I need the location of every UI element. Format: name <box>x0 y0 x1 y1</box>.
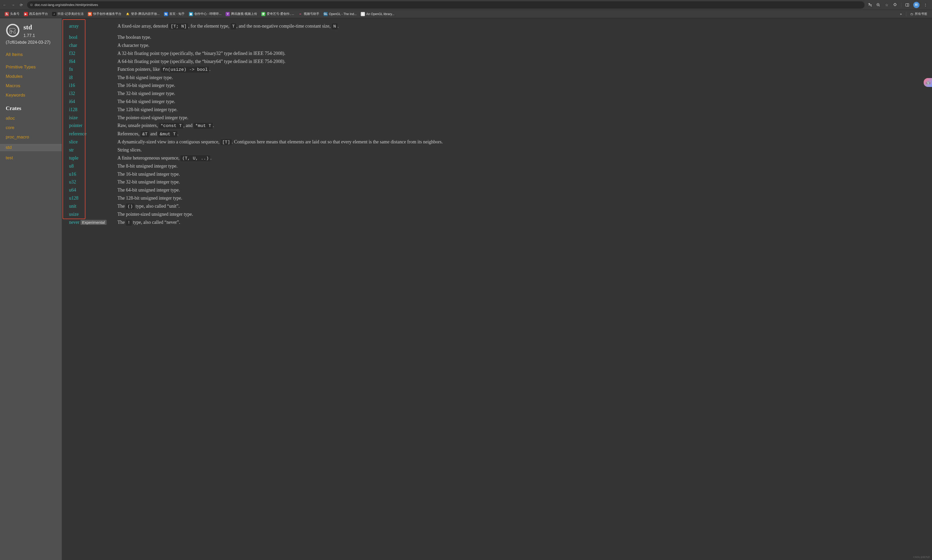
bookmark-item[interactable]: ▣创作中心 - 哔哩哔... <box>187 11 223 17</box>
primitive-row: u8The 8-bit unsigned integer type. <box>69 162 925 170</box>
url-text: doc.rust-lang.org/std/index.html#primiti… <box>35 3 98 7</box>
primitive-description: The pointer-sized unsigned integer type. <box>117 211 925 218</box>
back-button[interactable]: ← <box>2 2 7 8</box>
svg-point-7 <box>12 24 13 25</box>
primitive-link[interactable]: pointer <box>69 123 82 128</box>
bookmark-label: 快手创作者服务平台 <box>93 12 121 16</box>
bookmark-favicon: ♪ <box>52 12 56 16</box>
bookmark-item[interactable]: 头头条号 <box>3 11 21 17</box>
watermark: CSDN @林鸿群 <box>913 555 930 559</box>
bookmark-item[interactable]: ◐An OpenGL library... <box>359 11 396 17</box>
primitive-description: String slices. <box>117 146 925 154</box>
primitive-link[interactable]: array <box>69 23 79 29</box>
menu-icon[interactable]: ⋮ <box>923 3 928 7</box>
primitive-link[interactable]: str <box>69 147 74 152</box>
bookmark-star-icon[interactable]: ☆ <box>884 3 889 7</box>
sidebar-section-link[interactable]: Modules <box>6 74 56 79</box>
primitive-row: i8The 8-bit signed integer type. <box>69 74 925 82</box>
primitive-link[interactable]: slice <box>69 139 78 145</box>
primitive-link[interactable]: u128 <box>69 195 79 201</box>
primitive-description: A finite heterogeneous sequence, (T, U, … <box>117 154 925 162</box>
crate-link[interactable]: core <box>6 125 56 130</box>
primitive-row: tupleA finite heterogeneous sequence, (T… <box>69 154 925 162</box>
primitive-link[interactable]: usize <box>69 212 79 217</box>
primitive-link[interactable]: f64 <box>69 59 75 64</box>
floating-assistant-icon[interactable]: 🤖 <box>924 78 932 87</box>
address-bar[interactable]: ⊡ doc.rust-lang.org/std/index.html#primi… <box>27 1 864 9</box>
primitive-link[interactable]: u16 <box>69 171 76 177</box>
crate-name[interactable]: std <box>23 23 35 31</box>
bookmark-label: 西瓜创作平台 <box>29 12 48 16</box>
primitive-link[interactable]: tuple <box>69 155 79 160</box>
primitive-link[interactable]: i64 <box>69 99 75 104</box>
primitive-link[interactable]: unit <box>69 203 76 209</box>
primitive-description: A fixed-size array, denoted [T; N], for … <box>117 22 925 30</box>
all-items-link[interactable]: All Items <box>6 52 56 57</box>
crate-link[interactable]: std <box>0 144 62 151</box>
translate-icon[interactable] <box>868 3 872 7</box>
primitive-row: arrayA fixed-size array, denoted [T; N],… <box>69 22 925 30</box>
crate-link[interactable]: alloc <box>6 116 56 121</box>
crates-heading: Crates <box>6 105 56 112</box>
reload-button[interactable]: ⟳ <box>19 2 24 8</box>
bookmark-item[interactable]: V腾讯微视-视频上传 <box>224 11 259 17</box>
bookmark-label: 腾讯微视-视频上传 <box>231 12 257 16</box>
primitive-link[interactable]: i128 <box>69 107 77 112</box>
primitive-description: The 128-bit unsigned integer type. <box>117 194 925 202</box>
bookmark-item[interactable]: 快快手创作者服务平台 <box>86 11 123 17</box>
primitive-description: The 64-bit unsigned integer type. <box>117 186 925 194</box>
primitive-row: u16The 16-bit unsigned integer type. <box>69 171 925 178</box>
primitive-link[interactable]: never <box>69 220 79 225</box>
primitive-link[interactable]: i16 <box>69 83 75 88</box>
bookmark-overflow[interactable]: » <box>898 11 903 17</box>
bookmark-label: 视频号助手 <box>304 12 319 16</box>
crate-link[interactable]: test <box>6 155 56 160</box>
all-bookmarks[interactable]: 🗀 所有书签 <box>909 11 929 17</box>
primitive-row: strString slices. <box>69 146 925 154</box>
primitive-description: The pointer-sized signed integer type. <box>117 114 925 122</box>
sidebar-section-link[interactable]: Keywords <box>6 92 56 98</box>
rust-logo-icon <box>6 23 20 37</box>
primitive-link[interactable]: u64 <box>69 188 76 192</box>
primitive-description: Raw, unsafe pointers, *const T, and *mut… <box>117 122 925 129</box>
primitive-row: u32The 32-bit unsigned integer type. <box>69 178 925 186</box>
primitive-link[interactable]: bool <box>69 35 77 40</box>
bookmark-item[interactable]: 爱爱奇艺号-爱创作, ... <box>260 11 296 17</box>
primitive-link[interactable]: fn <box>69 67 73 72</box>
primitive-link[interactable]: f32 <box>69 51 75 56</box>
bookmark-item[interactable]: ∞视频号助手 <box>297 11 321 17</box>
sidebar-section-link[interactable]: Macros <box>6 83 56 88</box>
bookmark-label: 创作中心 - 哔哩哔... <box>194 12 222 16</box>
forward-button[interactable]: → <box>11 2 15 8</box>
bookmark-favicon: ◐ <box>361 12 365 16</box>
bookmark-item[interactable]: 🔔登录-腾讯内容开放... <box>124 11 161 17</box>
bookmark-item[interactable]: 知首页 - 知乎 <box>162 11 186 17</box>
site-info-icon[interactable]: ⊡ <box>30 3 32 6</box>
primitive-link[interactable]: reference <box>69 131 86 136</box>
sidebar-section-link[interactable]: Primitive Types <box>6 65 56 70</box>
primitive-link[interactable]: i8 <box>69 75 73 80</box>
crate-link[interactable]: proc_macro <box>6 135 56 140</box>
primitive-description: The 128-bit signed integer type. <box>117 106 925 114</box>
sidepanel-icon[interactable] <box>905 3 910 7</box>
primitive-row: fnFunction pointers, like fn(usize) -> b… <box>69 66 925 73</box>
primitive-description: The 16-bit signed integer type. <box>117 82 925 89</box>
zoom-icon[interactable] <box>876 3 881 7</box>
primitive-link[interactable]: i32 <box>69 91 75 96</box>
bookmark-item[interactable]: ♪抖音-记录美好生活 <box>51 11 85 17</box>
primitive-link[interactable]: char <box>69 43 77 48</box>
extensions-icon[interactable] <box>893 3 897 7</box>
profile-avatar[interactable]: 林 <box>913 2 920 8</box>
bookmark-item[interactable]: ▶西瓜创作平台 <box>22 11 49 17</box>
version: 1.77.1 <box>23 33 35 38</box>
primitive-link[interactable]: u8 <box>69 163 74 169</box>
bookmark-favicon: ▣ <box>189 12 193 16</box>
bookmark-favicon: GL <box>324 12 328 16</box>
bookmark-favicon: ▶ <box>24 12 28 16</box>
primitive-link[interactable]: isize <box>69 115 78 120</box>
primitive-description: The 64-bit signed integer type. <box>117 98 925 105</box>
bookmark-favicon: 爱 <box>261 12 265 16</box>
primitive-row: pointerRaw, unsafe pointers, *const T, a… <box>69 122 925 129</box>
primitive-link[interactable]: u32 <box>69 179 76 185</box>
bookmark-item[interactable]: GLOpenGL - The Ind... <box>322 11 358 17</box>
